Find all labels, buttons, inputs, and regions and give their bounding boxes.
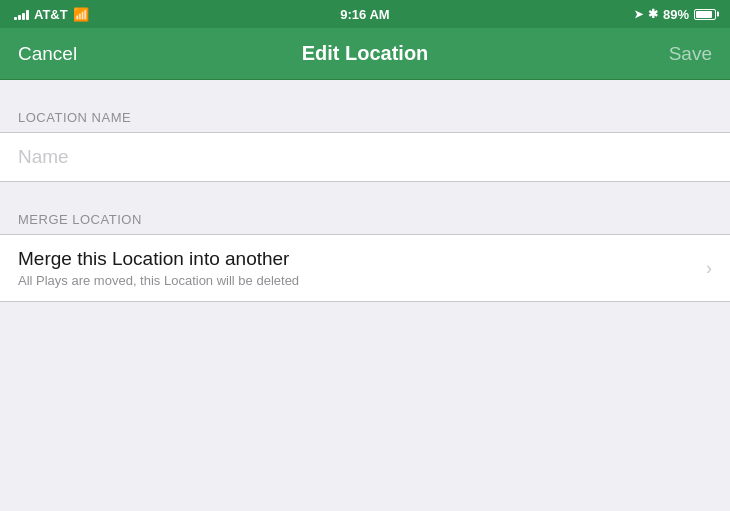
save-button[interactable]: Save xyxy=(669,43,712,65)
nav-bar: Cancel Edit Location Save xyxy=(0,28,730,80)
location-arrow-icon: ➤ xyxy=(634,8,643,21)
status-time: 9:16 AM xyxy=(340,7,389,22)
status-bar: AT&T 📶 9:16 AM ➤ ✱ 89% xyxy=(0,0,730,28)
signal-bar-2 xyxy=(18,15,21,20)
carrier-label: AT&T xyxy=(34,7,68,22)
signal-bar-1 xyxy=(14,17,17,20)
merge-row-title: Merge this Location into another xyxy=(18,248,696,270)
location-name-input[interactable] xyxy=(18,146,712,168)
section-spacer-1 xyxy=(0,80,730,102)
merge-location-section-header: MERGE LOCATION xyxy=(0,204,730,234)
battery-container xyxy=(694,9,716,20)
status-right: ➤ ✱ 89% xyxy=(634,7,716,22)
location-name-label: LOCATION NAME xyxy=(18,110,131,125)
bluetooth-icon: ✱ xyxy=(648,7,658,21)
battery-icon xyxy=(694,9,716,20)
page-title: Edit Location xyxy=(302,42,429,65)
merge-row-subtitle: All Plays are moved, this Location will … xyxy=(18,273,696,288)
location-name-form-section xyxy=(0,132,730,182)
status-left: AT&T 📶 xyxy=(14,7,89,22)
merge-section: Merge this Location into another All Pla… xyxy=(0,234,730,302)
battery-fill xyxy=(696,11,712,18)
section-spacer-2 xyxy=(0,182,730,204)
merge-location-label: MERGE LOCATION xyxy=(18,212,142,227)
wifi-icon: 📶 xyxy=(73,7,89,22)
signal-bars-icon xyxy=(14,8,29,20)
battery-percent-label: 89% xyxy=(663,7,689,22)
location-name-section-header: LOCATION NAME xyxy=(0,102,730,132)
chevron-right-icon: › xyxy=(706,258,712,279)
merge-row[interactable]: Merge this Location into another All Pla… xyxy=(0,235,730,301)
merge-text-container: Merge this Location into another All Pla… xyxy=(18,248,696,288)
location-name-field-container xyxy=(0,133,730,181)
signal-bar-4 xyxy=(26,10,29,20)
cancel-button[interactable]: Cancel xyxy=(18,43,77,65)
content: LOCATION NAME MERGE LOCATION Merge this … xyxy=(0,80,730,302)
signal-bar-3 xyxy=(22,13,25,20)
